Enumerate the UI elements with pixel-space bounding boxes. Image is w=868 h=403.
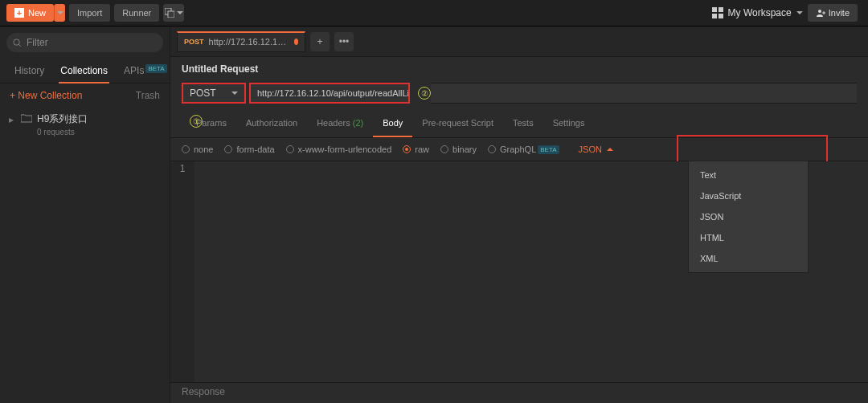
subtab-authorization[interactable]: Authorization: [236, 110, 307, 137]
invite-label: Invite: [829, 8, 850, 18]
tab-menu-button[interactable]: •••: [334, 32, 354, 51]
invite-button[interactable]: Invite: [808, 4, 858, 22]
method-value: POST: [190, 88, 216, 99]
sidebar: Filter History Collections APIsBETA + Ne…: [0, 26, 170, 403]
bodytype-raw[interactable]: raw: [403, 145, 429, 154]
tab-method-badge: POST: [184, 38, 204, 46]
unsaved-dot-icon: [294, 39, 298, 45]
annotation-1: ①: [190, 115, 203, 128]
bodytype-formdata[interactable]: form-data: [224, 145, 274, 154]
subtab-headers[interactable]: Headers (2): [307, 110, 373, 137]
grid-icon: [712, 7, 723, 18]
dropdown-item-text[interactable]: Text: [689, 165, 808, 185]
import-button[interactable]: Import: [69, 4, 110, 22]
svg-point-2: [818, 10, 821, 13]
collection-name: H9系列接口: [37, 112, 88, 126]
svg-rect-1: [168, 11, 174, 18]
collection-item[interactable]: ▸ H9系列接口 0 requests: [0, 108, 170, 141]
chevron-down-icon: [231, 92, 238, 95]
top-toolbar: + New Import Runner My Workspace Invite: [0, 0, 868, 26]
dropdown-item-json[interactable]: JSON: [689, 206, 808, 227]
tab-history[interactable]: History: [6, 59, 52, 83]
beta-badge: BETA: [538, 145, 559, 154]
chevron-down-icon: [796, 11, 803, 14]
invite-icon: [816, 8, 825, 18]
dropdown-item-html[interactable]: HTML: [689, 227, 808, 248]
bodytype-binary[interactable]: binary: [440, 145, 477, 154]
subtab-settings[interactable]: Settings: [543, 110, 595, 137]
chevron-down-icon: [57, 11, 63, 14]
workspace-selector[interactable]: My Workspace: [712, 7, 803, 18]
editor-gutter: 1: [170, 161, 194, 382]
dropdown-item-xml[interactable]: XML: [689, 248, 808, 269]
svg-point-5: [14, 39, 19, 44]
dropdown-item-javascript[interactable]: JavaScript: [689, 185, 808, 206]
tab-collections[interactable]: Collections: [52, 59, 116, 83]
tab-apis[interactable]: APIsBETA: [116, 59, 175, 83]
new-window-button[interactable]: [163, 4, 184, 22]
response-panel-header[interactable]: Response: [170, 382, 868, 403]
raw-format-value: JSON: [579, 145, 602, 154]
raw-format-dropdown: Text JavaScript JSON HTML XML: [688, 161, 809, 273]
plus-icon: +: [14, 8, 24, 18]
folder-icon: [21, 113, 32, 125]
bodytype-xwww[interactable]: x-www-form-urlencoded: [286, 145, 392, 154]
workarea: POST http://172.16.12.10/api/output... +…: [170, 26, 868, 403]
new-button[interactable]: + New: [6, 4, 54, 22]
filter-placeholder: Filter: [27, 37, 48, 48]
subtab-tests[interactable]: Tests: [503, 110, 543, 137]
method-selector[interactable]: POST: [182, 83, 246, 104]
chevron-right-icon: ▸: [6, 114, 16, 125]
new-label: New: [28, 8, 46, 18]
workspace-label: My Workspace: [728, 7, 792, 18]
chevron-up-icon: [607, 148, 613, 151]
url-input[interactable]: http://172.16.12.10/api/output/readAllLi…: [249, 83, 410, 104]
tab-url: http://172.16.12.10/api/output...: [209, 37, 289, 47]
raw-format-selector[interactable]: JSON: [579, 145, 613, 154]
subtab-prerequest[interactable]: Pre-request Script: [412, 110, 503, 137]
request-tabs-row: POST http://172.16.12.10/api/output... +…: [170, 26, 868, 57]
line-number: 1: [170, 163, 194, 174]
chevron-down-icon: [177, 11, 183, 14]
runner-button[interactable]: Runner: [114, 4, 159, 22]
new-dropdown-button[interactable]: [54, 4, 65, 22]
window-icon: [165, 8, 174, 18]
sidebar-tabs: History Collections APIsBETA: [0, 59, 170, 83]
beta-badge: BETA: [145, 64, 166, 73]
filter-input[interactable]: Filter: [6, 33, 163, 52]
subtab-body[interactable]: Body: [373, 110, 412, 137]
svg-line-6: [18, 44, 21, 47]
collection-meta: 0 requests: [37, 128, 88, 136]
bodytype-graphql[interactable]: GraphQLBETA: [488, 145, 559, 154]
url-value: http://172.16.12.10/api/output/readAllLi…: [257, 88, 410, 98]
search-icon: [13, 39, 22, 47]
trash-link[interactable]: Trash: [136, 90, 160, 101]
request-tab[interactable]: POST http://172.16.12.10/api/output...: [177, 31, 305, 52]
annotation-2: ②: [418, 87, 431, 100]
request-title: Untitled Request: [170, 57, 868, 81]
request-subtabs: ① Params Authorization Headers (2) Body …: [170, 110, 868, 138]
url-row: POST http://172.16.12.10/api/output/read…: [170, 81, 868, 110]
body-type-row: none form-data x-www-form-urlencoded raw…: [170, 138, 868, 161]
new-collection-button[interactable]: + New Collection: [10, 90, 82, 101]
bodytype-none[interactable]: none: [182, 145, 213, 154]
url-bar-extension: [431, 83, 857, 104]
add-tab-button[interactable]: +: [310, 32, 330, 51]
